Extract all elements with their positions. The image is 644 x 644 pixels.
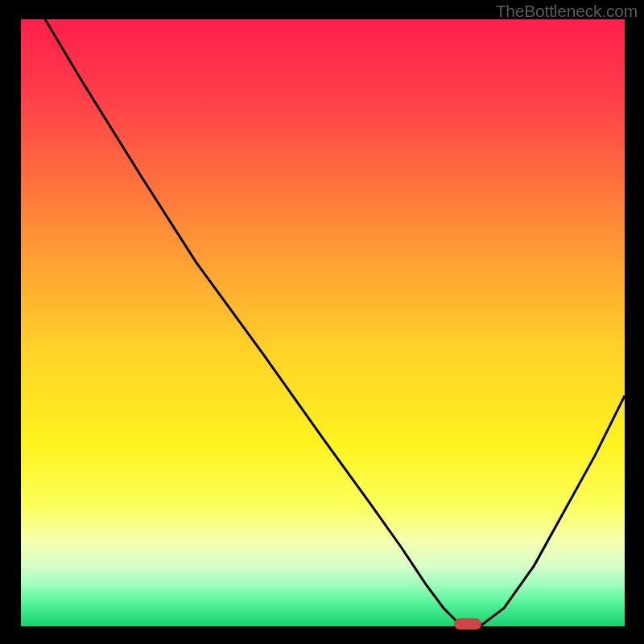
optimal-marker (454, 618, 481, 630)
plot-background (21, 19, 625, 626)
bottleneck-chart (0, 0, 644, 644)
watermark-text: TheBottleneck.com (496, 2, 638, 21)
chart-container: TheBottleneck.com (0, 0, 644, 644)
